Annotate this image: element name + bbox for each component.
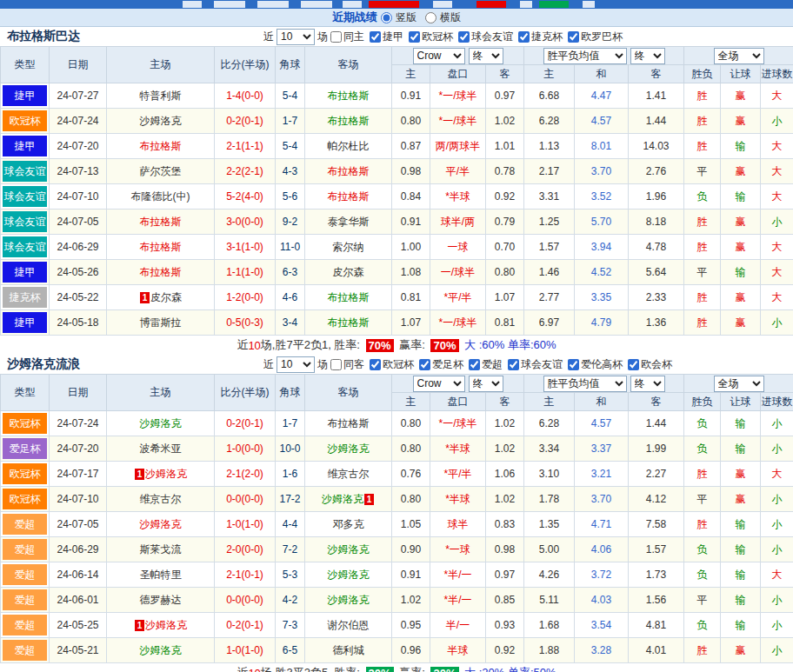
away-team[interactable]: 邓多克 — [305, 512, 392, 537]
league-badge: 爱超 — [3, 589, 47, 610]
away-team[interactable]: 布拉格斯 — [305, 310, 392, 336]
league-filter-1[interactable]: 捷甲 — [370, 30, 403, 44]
league-badge: 捷甲 — [3, 136, 47, 156]
league-filter-4-checkbox[interactable] — [508, 359, 519, 370]
scope-select[interactable]: 全场 — [714, 48, 764, 64]
home-team[interactable]: 1沙姆洛克 — [107, 613, 215, 638]
home-team[interactable]: 沙姆洛克 — [107, 512, 215, 537]
home-team[interactable]: 维京古尔 — [107, 487, 215, 512]
asian-time-select[interactable]: 终 — [469, 48, 503, 64]
home-team[interactable]: 沙姆洛克 — [107, 411, 215, 436]
league-filter-6-checkbox[interactable] — [628, 359, 639, 370]
league-filter-4[interactable]: 球会友谊 — [508, 357, 563, 372]
away-team[interactable]: 布拉格斯 — [305, 83, 392, 109]
venue-filter-checkbox[interactable] — [330, 31, 342, 43]
home-team[interactable]: 布拉格斯 — [107, 210, 215, 235]
europe-odds-controls: 胜平负均值终 — [524, 375, 684, 393]
away-team[interactable]: 沙姆洛克 — [305, 588, 392, 613]
europe-mean-select[interactable]: 胜平负均值 — [543, 376, 627, 392]
away-team[interactable]: 布拉格斯 — [305, 285, 392, 310]
result-flag: 胜 — [684, 638, 721, 663]
home-team[interactable]: 布拉格斯 — [107, 235, 215, 260]
league-filter-6[interactable]: 欧会杯 — [628, 357, 672, 372]
league-filter-1-checkbox[interactable] — [370, 31, 381, 43]
league-filter-1-checkbox[interactable] — [370, 359, 381, 370]
topbar — [0, 0, 793, 9]
europe-draw-odds: 4.57 — [575, 411, 629, 436]
home-team[interactable]: 圣帕特里 — [107, 562, 215, 588]
league-filter-3-checkbox[interactable] — [469, 359, 480, 370]
view-option-radio[interactable] — [381, 12, 392, 23]
home-team[interactable]: 特普利斯 — [107, 83, 215, 109]
europe-mean-select[interactable]: 胜平负均值 — [543, 48, 627, 64]
goals-flag: 小 — [761, 310, 793, 336]
bookmaker-select[interactable]: Crow — [413, 48, 465, 64]
away-team[interactable]: 谢尔伯恩 — [305, 613, 392, 638]
venue-filter[interactable]: 同客 — [330, 357, 364, 372]
goals-flag: 大 — [761, 235, 793, 260]
league-filter-1[interactable]: 欧冠杯 — [370, 357, 414, 372]
view-option-radio[interactable] — [425, 12, 436, 23]
asian-time-select[interactable]: 终 — [469, 376, 503, 392]
europe-home-odds: 2.17 — [524, 159, 575, 184]
score-halftime: 2-1(1-1) — [215, 134, 276, 159]
away-team[interactable]: 索尔纳 — [305, 235, 392, 260]
away-team[interactable]: 沙姆洛克 — [305, 562, 392, 588]
league-filter-5-checkbox[interactable] — [568, 31, 579, 43]
score-halftime: 3-1(1-0) — [215, 235, 276, 260]
bookmaker-select[interactable]: Crow — [413, 376, 465, 392]
league-filter-2[interactable]: 欧冠杯 — [409, 30, 453, 44]
home-team[interactable]: 布拉格斯 — [107, 134, 215, 159]
home-team[interactable]: 1沙姆洛克 — [107, 462, 215, 487]
away-team[interactable]: 布拉格斯 — [305, 184, 392, 210]
team-name: 沙姆洛克流浪 — [7, 356, 263, 372]
league-filter-3-checkbox[interactable] — [458, 31, 470, 43]
away-team[interactable]: 皮尔森 — [305, 260, 392, 285]
view-option-vertical[interactable]: 竖版 — [381, 10, 416, 25]
home-team[interactable]: 德罗赫达 — [107, 588, 215, 613]
away-team[interactable]: 布拉格斯 — [305, 159, 392, 184]
away-team[interactable]: 德利城 — [305, 638, 392, 663]
home-team[interactable]: 博雷斯拉 — [107, 310, 215, 336]
league-filter-5[interactable]: 欧罗巴杯 — [568, 30, 623, 44]
view-option-horizontal[interactable]: 横版 — [425, 10, 461, 25]
europe-time-select[interactable]: 终 — [630, 376, 665, 392]
match-count-select[interactable]: 10 — [277, 29, 315, 45]
league-filter-5[interactable]: 爱伦高杯 — [568, 357, 623, 372]
asian-home-odds: 0.80 — [392, 109, 430, 134]
away-team[interactable]: 沙姆洛克 — [305, 436, 392, 462]
league-filter-5-checkbox[interactable] — [568, 359, 579, 370]
venue-filter[interactable]: 同主 — [330, 30, 364, 44]
away-team[interactable]: 布拉格斯 — [305, 411, 392, 436]
home-team[interactable]: 布拉格斯 — [107, 260, 215, 285]
venue-filter-checkbox[interactable] — [330, 359, 342, 370]
league-filter-2-checkbox[interactable] — [419, 359, 430, 370]
league-filter-4-checkbox[interactable] — [518, 31, 530, 43]
league-filter-2[interactable]: 爱足杯 — [419, 357, 463, 372]
away-team[interactable]: 泰拿华斯 — [305, 210, 392, 235]
league-filter-4[interactable]: 捷克杯 — [518, 30, 563, 44]
league-badge: 捷甲 — [3, 85, 47, 106]
away-team[interactable]: 沙姆洛克1 — [305, 487, 392, 512]
scope-select[interactable]: 全场 — [714, 376, 764, 392]
home-team[interactable]: 斯莱戈流 — [107, 537, 215, 562]
away-team[interactable]: 沙姆洛克 — [305, 537, 392, 562]
match-row: 捷克杯24-05-221皮尔森1-2(0-0)4-6布拉格斯0.81*平/半1.… — [1, 285, 793, 310]
league-filter-3[interactable]: 球会友谊 — [458, 30, 513, 44]
home-team[interactable]: 沙姆洛克 — [107, 638, 215, 663]
home-team[interactable]: 萨尔茨堡 — [107, 159, 215, 184]
away-team[interactable]: 布拉格斯 — [305, 109, 392, 134]
away-team[interactable]: 帕尔杜比 — [305, 134, 392, 159]
home-team[interactable]: 波希米亚 — [107, 436, 215, 462]
league-filter-3[interactable]: 爱超 — [469, 357, 503, 372]
home-team[interactable]: 1皮尔森 — [107, 285, 215, 310]
match-type: 欧冠杯 — [1, 109, 50, 134]
league-filter-2-checkbox[interactable] — [409, 31, 420, 43]
europe-time-select[interactable]: 终 — [630, 48, 665, 64]
match-count-select[interactable]: 10 — [277, 356, 315, 373]
match-row: 爱足杯24-07-20波希米亚1-0(0-0)10-0沙姆洛克0.80*半球1.… — [1, 436, 793, 462]
home-team[interactable]: 沙姆洛克 — [107, 109, 215, 134]
match-type: 捷甲 — [1, 83, 50, 109]
home-team[interactable]: 布隆德比(中) — [107, 184, 215, 210]
away-team[interactable]: 维京古尔 — [305, 462, 392, 487]
